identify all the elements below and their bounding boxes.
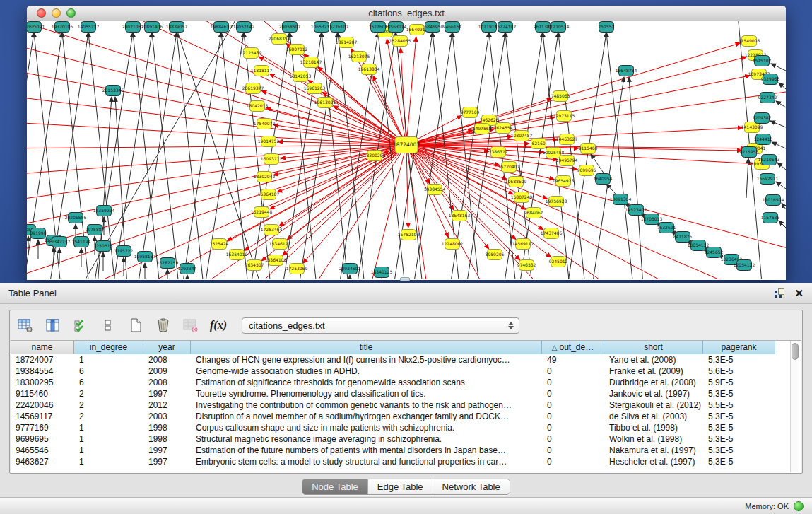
graph-node-label: 18724007 xyxy=(393,141,420,148)
graph-node-label: 751552 xyxy=(599,24,615,29)
column-header-short[interactable]: short xyxy=(604,341,703,354)
table-cell: 22420046 xyxy=(11,399,74,411)
table-row[interactable]: 977716911998Corpus callosum shape and si… xyxy=(11,422,801,433)
table-cell: Wolkin et al. (1998) xyxy=(604,433,703,445)
graph-node-label: 20924501 xyxy=(339,266,361,271)
select-rows-icon[interactable] xyxy=(72,317,89,334)
graph-node-label: 9245652 xyxy=(705,250,724,255)
graph-node-label: 9466161 xyxy=(443,24,462,29)
table-options-icon[interactable] xyxy=(17,317,34,334)
column-header-year[interactable]: year xyxy=(143,341,191,354)
graph-node-label: 14523402 xyxy=(625,207,647,212)
table-cell: Nakamura et al. (1997) xyxy=(604,445,703,456)
tab-edge-table[interactable]: Edge Table xyxy=(367,479,433,494)
table-panel: Table Panel ✕ xyxy=(0,283,812,514)
graph-node-label: 20206556 xyxy=(65,215,87,220)
graph-node-label: 9746532 xyxy=(517,262,536,267)
graph-node-label: 7462626 xyxy=(480,117,499,122)
panel-splitter-handle[interactable] xyxy=(400,277,410,281)
graph-node-label: 16210643 xyxy=(758,157,780,162)
graph-node-label: 16961203 xyxy=(304,86,326,90)
graph-node-label: 14055717 xyxy=(78,24,100,29)
show-columns-icon[interactable] xyxy=(45,317,61,334)
graph-node-label: 9777169 xyxy=(461,110,480,115)
graph-node-label: 1795722 xyxy=(114,248,134,253)
table-row[interactable]: 1938455462009Genome-wide association stu… xyxy=(11,366,801,377)
graph-node-label: 14143099 xyxy=(741,124,763,129)
graph-node-label: 18648163 xyxy=(449,213,471,218)
table-cell: 5.6E-5 xyxy=(703,366,775,377)
table-cell: 19384554 xyxy=(11,366,74,377)
graph-node-label: 10807487 xyxy=(511,133,533,138)
tab-network-table[interactable]: Network Table xyxy=(433,479,510,494)
table-cell: 14569117 xyxy=(11,411,74,422)
column-header-pagerank[interactable]: pagerank xyxy=(703,341,775,354)
graph-node-label: 17253464 xyxy=(261,227,283,232)
table-select-combobox[interactable]: citations_edges.txt xyxy=(242,317,519,334)
memory-status-label: Memory: OK xyxy=(745,502,789,510)
table-cell: Stergiakouli et al. (2012) xyxy=(604,399,703,411)
table-cell: 5.3E-5 xyxy=(703,411,775,422)
table-row[interactable]: 2242004622012Investigating the contribut… xyxy=(11,399,801,411)
table-cell: 1997 xyxy=(143,388,191,399)
graph-node-label: 62160 xyxy=(531,141,545,146)
float-panel-icon[interactable] xyxy=(775,288,784,298)
graph-node-label: 17540072 xyxy=(254,121,276,126)
table-cell: Disruption of a novel member of a sodium… xyxy=(191,411,542,422)
table-cell: 5.3E-5 xyxy=(703,422,775,433)
close-panel-icon[interactable]: ✕ xyxy=(794,288,804,298)
graph-node-label: 22068358 xyxy=(269,36,290,41)
table-row[interactable]: 1872400712008Changes of HCN gene express… xyxy=(11,354,801,366)
window-resize-grip[interactable] xyxy=(27,21,36,30)
column-header-in_degree[interactable]: in_degree xyxy=(74,341,143,354)
table-cell: 0 xyxy=(542,388,604,399)
graph-node-label: 7485063 xyxy=(551,93,570,98)
graph-node-label: 1167533 xyxy=(761,215,780,220)
table-cell: 1997 xyxy=(143,456,191,467)
graph-node-label: 9115460 xyxy=(579,146,598,151)
table-panel-title: Table Panel xyxy=(8,288,57,298)
new-table-icon[interactable] xyxy=(127,317,144,334)
status-bar: Memory: OK xyxy=(0,497,812,514)
rows-icon[interactable] xyxy=(100,317,117,334)
table-row[interactable]: 1456911722003Disruption of a novel membe… xyxy=(11,411,801,422)
table-row[interactable]: 946554611997Estimation of the future num… xyxy=(11,445,801,456)
column-header-name[interactable]: name xyxy=(11,341,74,354)
graph-node-label: 16648784 xyxy=(616,68,637,73)
function-builder-icon[interactable]: f(x) xyxy=(210,317,227,334)
table-cell: de Silva et al. (2003) xyxy=(604,411,703,422)
graph-node-label: 19654923 xyxy=(553,178,575,183)
graph-node-label: 12125439 xyxy=(240,50,262,55)
table-cell: 2008 xyxy=(143,377,191,388)
delete-trash-icon[interactable] xyxy=(155,317,172,334)
tab-node-table[interactable]: Node Table xyxy=(302,479,367,494)
table-row[interactable]: 911546021997Tourette syndrome. Phenomeno… xyxy=(11,388,801,399)
table-cell: 2009 xyxy=(143,366,191,377)
table-cell: 0 xyxy=(542,456,604,467)
table-row[interactable]: 1830029562008Estimation of significance … xyxy=(11,377,801,388)
table-vertical-scrollbar[interactable] xyxy=(790,341,799,472)
table-cell: 9699695 xyxy=(11,433,74,445)
network-canvas[interactable]: 1212543911818117206193771804201317540072… xyxy=(27,21,786,279)
graph-node-label: 18300295 xyxy=(364,153,386,158)
table-body: 1872400712008Changes of HCN gene express… xyxy=(11,354,801,467)
table-cell: 2008 xyxy=(143,354,191,366)
graph-node-label: 1640954 xyxy=(594,176,613,181)
table-cell: 1997 xyxy=(143,445,191,456)
column-header-title[interactable]: title xyxy=(191,341,542,354)
table-cell: 1998 xyxy=(143,433,191,445)
table-row[interactable]: 946362711997Embryonic stem cells: a mode… xyxy=(11,456,801,467)
memory-status-indicator[interactable] xyxy=(794,501,804,511)
graph-node-label: 7632621 xyxy=(657,225,676,230)
graph-node-label: 16782759 xyxy=(157,260,179,265)
graph-node-label: 9245012 xyxy=(549,259,568,264)
table-cell: Changes of HCN gene expression and I(f) … xyxy=(191,354,542,366)
table-cell: 1998 xyxy=(143,422,191,433)
table-row[interactable]: 969969511998Structural magnetic resonanc… xyxy=(11,433,801,445)
scrollbar-thumb[interactable] xyxy=(792,343,799,360)
column-header-out_de[interactable]: △out_de… xyxy=(542,341,604,354)
graph-node-label: 10025458 xyxy=(543,150,565,155)
network-window-titlebar[interactable]: citations_edges.txt xyxy=(27,6,786,21)
table-cell: 9463627 xyxy=(11,456,74,467)
graph-node-label: 19384554 xyxy=(424,187,446,192)
